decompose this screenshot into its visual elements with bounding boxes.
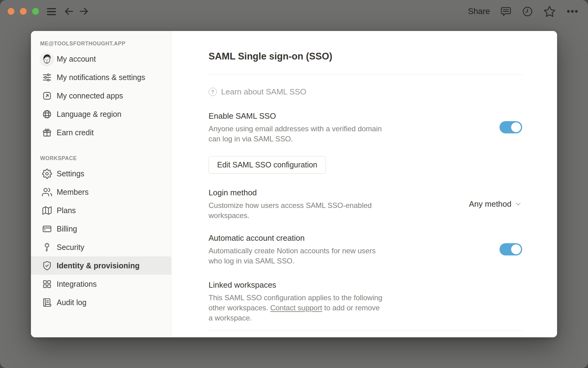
arrow-up-right-box-icon <box>40 89 54 102</box>
sidebar-item-members[interactable]: Members <box>31 183 171 201</box>
close-window-button[interactable] <box>8 8 14 15</box>
login-method-description: Customize how users access SAML SSO-enab… <box>209 200 372 220</box>
settings-content: SAML Single sign-on (SSO) ? Learn about … <box>172 31 557 337</box>
linked-workspaces-section: Linked workspaces This SAML SSO configur… <box>209 280 522 323</box>
divider <box>209 330 522 331</box>
automatic-account-creation-row: Automatic account creation Automatically… <box>209 233 522 266</box>
app-window: Share <box>0 0 588 368</box>
sidebar-item-plans[interactable]: Plans <box>31 201 171 220</box>
workspace-section-header: WORKSPACE <box>40 155 171 162</box>
sidebar-item-integrations[interactable]: Integrations <box>31 275 171 293</box>
avatar <box>40 52 54 66</box>
login-method-value: Any method <box>469 199 511 209</box>
sidebar-item-billing[interactable]: Billing <box>31 220 171 238</box>
auto-account-description: Automatically create Notion accounts for… <box>209 246 376 266</box>
enable-saml-description: Anyone using email addresses with a veri… <box>209 124 382 144</box>
history-clock-icon[interactable] <box>522 6 533 17</box>
login-method-dropdown[interactable]: Any method <box>469 199 522 209</box>
gear-icon <box>40 167 54 180</box>
sidebar-item-identity-provisioning[interactable]: Identity & provisioning <box>31 256 171 275</box>
contact-support-link[interactable]: Contact support <box>270 304 322 312</box>
enable-saml-heading: Enable SAML SSO <box>209 111 382 121</box>
sidebar-item-settings[interactable]: Settings <box>31 164 171 183</box>
titlebar-actions: Share <box>468 0 579 23</box>
enable-saml-toggle[interactable] <box>499 121 522 133</box>
back-arrow-icon[interactable] <box>64 6 74 17</box>
grid-squares-icon <box>40 277 54 291</box>
menu-icon[interactable] <box>46 6 57 17</box>
sidebar-item-language-region[interactable]: Language & region <box>31 105 171 123</box>
account-section-header: ME@TOOLSFORTHOUGHT.APP <box>40 40 171 47</box>
titlebar: Share <box>0 0 588 23</box>
settings-modal: ME@TOOLSFORTHOUGHT.APP <box>31 31 557 337</box>
toggle-knob <box>511 122 521 132</box>
scroll-icon <box>40 296 54 309</box>
settings-sidebar: ME@TOOLSFORTHOUGHT.APP <box>31 31 172 337</box>
traffic-lights <box>8 8 39 15</box>
auto-account-heading: Automatic account creation <box>209 233 376 243</box>
globe-icon <box>40 107 54 121</box>
divider <box>209 75 522 75</box>
linked-workspaces-description: This SAML SSO configuration applies to t… <box>209 293 408 323</box>
share-button[interactable]: Share <box>468 7 490 16</box>
sidebar-item-security[interactable]: Security <box>31 238 171 256</box>
more-ellipsis-icon[interactable] <box>566 5 579 18</box>
login-method-row: Login method Customize how users access … <box>209 187 522 220</box>
minimize-window-button[interactable] <box>20 8 27 15</box>
linked-workspaces-heading: Linked workspaces <box>209 280 522 290</box>
enable-saml-sso-row: Enable SAML SSO Anyone using email addre… <box>209 111 522 144</box>
favorite-star-icon[interactable] <box>543 5 556 18</box>
sidebar-item-my-account[interactable]: My account <box>31 50 171 68</box>
zoom-window-button[interactable] <box>32 8 39 15</box>
shield-check-icon <box>40 259 54 272</box>
learn-link-label: Learn about SAML SSO <box>221 87 306 97</box>
forward-arrow-icon[interactable] <box>79 6 89 17</box>
key-icon <box>40 240 54 254</box>
learn-about-saml-link[interactable]: ? Learn about SAML SSO <box>209 87 306 97</box>
auto-account-toggle[interactable] <box>499 243 522 255</box>
comments-icon[interactable] <box>500 6 512 17</box>
sliders-icon <box>40 71 54 84</box>
edit-saml-config-button[interactable]: Edit SAML SSO configuration <box>209 156 326 174</box>
map-icon <box>40 204 54 217</box>
login-method-heading: Login method <box>209 187 372 198</box>
people-icon <box>40 185 54 199</box>
chevron-down-icon <box>514 200 522 208</box>
toggle-knob <box>511 244 521 254</box>
gift-icon <box>40 126 54 139</box>
question-circle-icon: ? <box>209 88 217 96</box>
sidebar-item-connected-apps[interactable]: My connected apps <box>31 86 171 105</box>
sidebar-item-earn-credit[interactable]: Earn credit <box>31 123 171 142</box>
sidebar-item-notifications-settings[interactable]: My notifications & settings <box>31 68 171 86</box>
page-title: SAML Single sign-on (SSO) <box>209 50 522 63</box>
sidebar-item-audit-log[interactable]: Audit log <box>31 293 171 312</box>
credit-card-icon <box>40 222 54 236</box>
